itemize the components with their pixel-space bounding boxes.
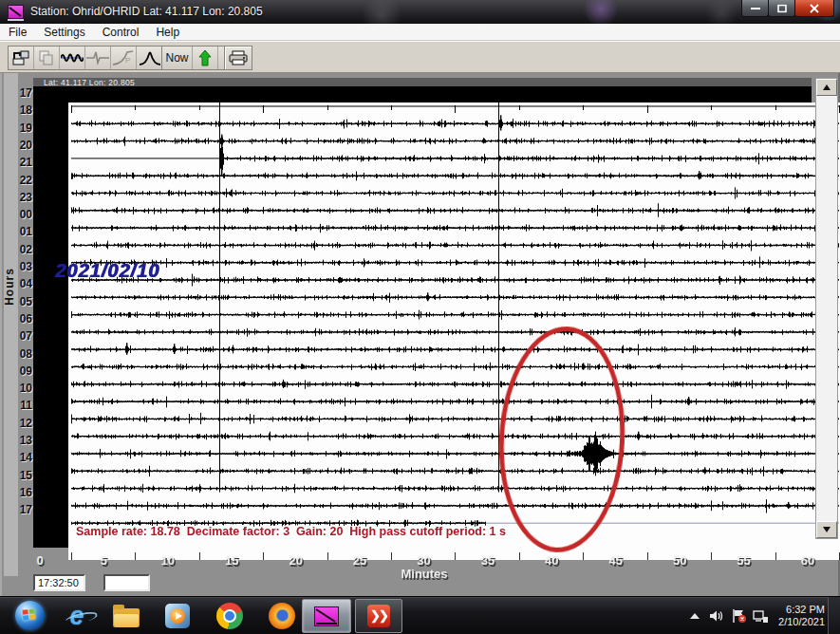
hour-label: 13 [13,434,32,447]
clock-date: 2/10/2021 [778,616,825,628]
tray-expand-icon[interactable] [687,608,702,624]
internet-explorer-icon[interactable]: e [63,602,91,630]
taskbar-red-app-button[interactable]: ❯❯ [355,599,402,633]
seismograph-app-icon [314,606,339,626]
copy-trace-icon[interactable] [34,47,60,69]
svg-text:P: P [125,56,130,65]
aux-field[interactable] [103,574,150,591]
desktop: Station: Ohrid/OHRID Lat: 41.117 Lon: 20… [0,0,840,634]
gaussian-curve-icon[interactable] [137,47,162,69]
hour-label: 07 [13,329,32,343]
hour-label: 02 [13,243,32,256]
hour-label: 19 [13,121,32,135]
minute-label: 45 [597,553,635,568]
minute-label: 20 [277,553,315,568]
triangle-down-icon [823,527,831,532]
show-desktop-button[interactable] [828,597,840,634]
hour-label: 03 [13,260,32,273]
minute-label: 30 [404,553,442,568]
menu-settings[interactable]: Settings [35,24,93,41]
chrome-icon[interactable] [215,602,244,630]
hour-label: 08 [13,347,32,361]
hour-label: 21 [13,156,32,169]
hour-label: 00 [13,208,32,221]
close-button[interactable] [794,0,834,17]
network-icon[interactable] [753,608,768,624]
current-time-field[interactable]: 17:32:50 [33,574,85,591]
minute-label: 0 [21,553,59,568]
toolbar: P Now [0,41,840,73]
hour-label: 01 [13,225,32,238]
start-button[interactable] [15,601,45,630]
vertical-scrollbar[interactable] [815,78,838,539]
menu-control[interactable]: Control [94,24,148,41]
hour-label: 22 [13,174,32,187]
minute-label: 10 [149,553,187,568]
scroll-up-icon[interactable] [193,47,218,69]
acquisition-settings-text: Sample rate: 18.78 Decimate factor: 3 Ga… [76,525,506,538]
plot-area [68,103,840,560]
helicorder-canvas[interactable] [68,103,840,560]
spike-trace-icon[interactable] [85,47,111,69]
minute-label: 15 [213,553,251,568]
menu-bar: File Settings Control Help [0,24,840,41]
clock-time: 6:32 PM [778,604,825,616]
hour-label: 04 [13,277,32,290]
red-diamond-app-icon: ❯❯ [367,605,390,627]
date-label: 2021/02/10 [55,260,159,282]
plot-frame [33,86,812,548]
minute-label: 5 [84,553,122,568]
firefox-icon[interactable] [268,602,296,630]
minimize-button[interactable] [741,0,769,17]
print-icon[interactable] [224,46,252,70]
scrollbar-up-button[interactable] [816,79,837,96]
now-button[interactable]: Now [162,47,193,69]
client-area: Hours Lat: 41.117 Lon: 20.805 1718192021… [0,73,840,596]
scrollbar-down-button[interactable] [816,521,837,538]
hour-label: 16 [13,486,32,499]
media-player-icon[interactable] [163,602,192,630]
hour-label: 18 [13,103,32,117]
hour-label: 20 [13,139,32,152]
title-bar[interactable]: Station: Ohrid/OHRID Lat: 41.117 Lon: 20… [0,0,840,24]
windows-flag-icon [22,608,36,621]
minute-label: 35 [469,553,507,568]
waveform-icon[interactable] [60,47,85,69]
hour-label: 05 [13,295,32,308]
app-icon [8,5,24,19]
tray-clock[interactable]: 6:32 PM 2/10/2021 [778,604,825,628]
hour-label: 09 [13,364,32,378]
window-title: Station: Ohrid/OHRID Lat: 41.117 Lon: 20… [30,5,263,18]
minute-label: 25 [341,553,379,568]
taskbar: e ❯❯ [0,596,840,634]
hour-label: 15 [13,469,32,482]
windows-explorer-icon[interactable] [112,602,140,630]
menu-help[interactable]: Help [147,24,188,41]
hour-label: 10 [13,382,32,395]
maximize-button[interactable] [768,0,795,17]
hour-label: 14 [13,451,32,464]
hour-label: 12 [13,417,32,430]
volume-icon[interactable] [709,608,724,624]
taskbar-seismograph-app-button[interactable] [302,599,351,633]
menu-file[interactable]: File [0,24,35,41]
hour-label: 23 [13,191,32,204]
minute-label: 60 [789,553,827,568]
action-center-flag-icon[interactable] [731,608,746,624]
minutes-axis-title: Minutes [386,567,462,581]
minute-label: 50 [661,553,699,568]
filter-response-icon[interactable]: P [111,47,137,69]
minute-label: 40 [532,553,570,568]
open-trace-icon[interactable] [9,47,34,69]
hour-label: 17 [13,503,32,516]
minute-label: 55 [725,553,763,568]
hour-label: 17 [13,86,32,100]
hour-label: 11 [13,399,32,412]
hour-label: 06 [13,312,32,326]
triangle-up-icon [823,84,831,90]
